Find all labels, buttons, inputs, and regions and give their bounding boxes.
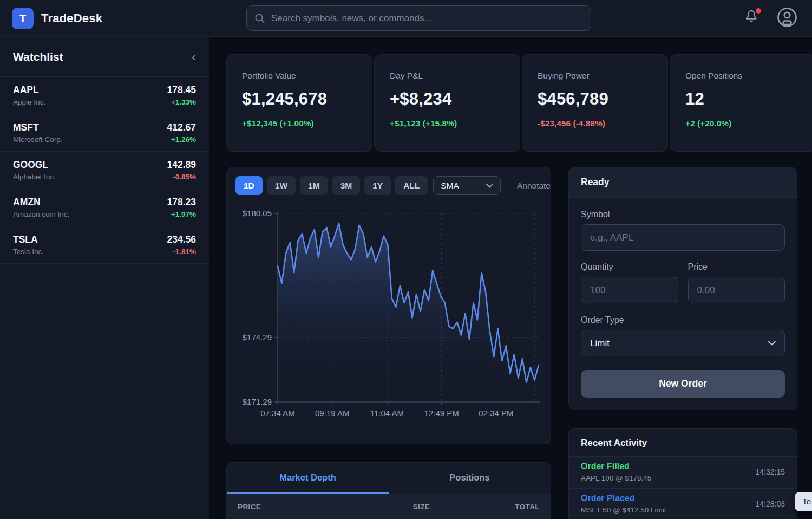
- svg-text:07:34 AM: 07:34 AM: [260, 408, 294, 418]
- watchlist-row-googl[interactable]: GOOGL Alphabet Inc. 142.89 -0.85%: [0, 152, 209, 189]
- company-name: Amazon.com Inc.: [13, 210, 69, 218]
- stat-change: -$23,456 (-4.88%): [538, 119, 652, 128]
- watchlist-row-tsla[interactable]: TSLA Tesla Inc. 234.56 -1.81%: [0, 226, 209, 264]
- price: 178.23: [167, 197, 196, 208]
- stat-value: 12: [685, 89, 800, 109]
- change: +1.26%: [167, 135, 196, 144]
- timeframe-1m-button[interactable]: 1M: [300, 176, 328, 195]
- new-order-button[interactable]: New Order: [581, 370, 785, 398]
- user-avatar-icon: [776, 7, 798, 28]
- bottom-tabs: Market Depth Positions: [227, 463, 551, 494]
- stat-card-day-pnl: Day P&L +$8,234 +$1,123 (+15.8%): [374, 54, 520, 152]
- tab-positions[interactable]: Positions: [389, 463, 551, 494]
- timeframe-1y-button[interactable]: 1Y: [364, 176, 391, 195]
- order-type-select[interactable]: Limit: [581, 330, 785, 356]
- symbol: TSLA: [13, 234, 44, 245]
- market-depth-card: Market Depth Positions PRICE SIZE TOTAL: [226, 462, 551, 519]
- watchlist-row-aapl[interactable]: AAPL Apple Inc. 178.45 +1.33%: [0, 77, 209, 114]
- depth-table-header: PRICE SIZE TOTAL: [227, 494, 551, 519]
- recent-activity-title: Recent Activity: [569, 429, 797, 456]
- activity-detail: MSFT 50 @ $412.50 Limit: [581, 506, 666, 514]
- price-chart: $180.05$174.29$171.2907:34 AM09:19 AM11:…: [235, 206, 543, 432]
- timeframe-3m-button[interactable]: 3M: [332, 176, 361, 195]
- change: -0.85%: [167, 173, 196, 181]
- stat-value: $456,789: [538, 89, 652, 109]
- order-type-value: Limit: [590, 338, 610, 349]
- stat-label: Day P&L: [390, 71, 505, 81]
- notification-badge: [756, 8, 761, 14]
- stat-change: +$12,345 (+1.00%): [242, 119, 357, 128]
- price: 142.89: [167, 159, 196, 171]
- chevron-down-icon: [768, 341, 776, 346]
- app-logo: T: [12, 8, 34, 29]
- price-label: Price: [688, 262, 785, 272]
- notifications-button[interactable]: [744, 8, 760, 27]
- quantity-field[interactable]: [581, 277, 678, 303]
- search-icon: [254, 13, 265, 24]
- watchlist-row-amzn[interactable]: AMZN Amazon.com Inc. 178.23 +1.97%: [0, 189, 209, 226]
- toast-text: Te: [802, 497, 811, 506]
- watchlist-sidebar: Watchlist ‹ AAPL Apple Inc. 178.45 +1.33…: [0, 37, 209, 519]
- timeframe-1d-button[interactable]: 1D: [235, 176, 263, 195]
- price: 412.67: [167, 122, 196, 133]
- watchlist-rows: AAPL Apple Inc. 178.45 +1.33% MSFT Micro…: [0, 77, 209, 264]
- activity-time: 14:32:15: [756, 468, 785, 476]
- column-price: PRICE: [238, 503, 413, 511]
- symbol-label: Symbol: [581, 210, 785, 219]
- search-bar: [246, 5, 591, 31]
- symbol: AAPL: [13, 85, 45, 96]
- company-name: Tesla Inc.: [13, 248, 44, 256]
- symbol: MSFT: [13, 122, 63, 133]
- order-form: Symbol Quantity Price Order Type Limit: [569, 198, 797, 410]
- symbol-field[interactable]: [581, 224, 785, 251]
- svg-text:11:04 AM: 11:04 AM: [370, 408, 404, 418]
- change: -1.81%: [167, 248, 196, 256]
- svg-text:02:34 PM: 02:34 PM: [479, 408, 513, 418]
- svg-text:09:19 AM: 09:19 AM: [315, 408, 349, 418]
- chart-card: 1D 1W 1M 3M 1Y ALL SMA Annotate $1: [226, 167, 551, 444]
- svg-text:12:49 PM: 12:49 PM: [424, 408, 459, 418]
- change: +1.97%: [167, 210, 196, 218]
- activity-title: Order Placed: [581, 494, 666, 503]
- column-total: TOTAL: [479, 503, 540, 511]
- svg-text:$180.05: $180.05: [243, 209, 272, 218]
- stat-label: Buying Power: [538, 71, 652, 81]
- app-root: T TradeDesk: [0, 0, 812, 519]
- order-type-label: Order Type: [581, 315, 785, 325]
- top-actions: [744, 7, 798, 28]
- recent-activity-panel: Recent Activity Order Filled AAPL 100 @ …: [568, 428, 797, 519]
- chevron-down-icon: [486, 184, 493, 188]
- stat-value: +$8,234: [390, 89, 505, 109]
- collapse-sidebar-button[interactable]: ‹: [192, 50, 196, 63]
- stat-card-portfolio-value: Portfolio Value $1,245,678 +$12,345 (+1.…: [226, 54, 372, 152]
- activity-row-filled: Order Filled AAPL 100 @ $178.45 14:32:15: [569, 456, 797, 488]
- logo-letter: T: [19, 12, 26, 25]
- stat-change: +2 (+20.0%): [685, 119, 800, 128]
- order-entry-panel: Ready Symbol Quantity Price Order Type L…: [568, 167, 797, 410]
- top-bar: T TradeDesk: [0, 0, 812, 37]
- activity-title: Order Filled: [581, 462, 651, 471]
- stat-card-open-positions: Open Positions 12 +2 (+20.0%): [670, 54, 812, 152]
- search-input[interactable]: [271, 13, 583, 24]
- timeframe-all-button[interactable]: ALL: [395, 176, 428, 195]
- column-size: SIZE: [413, 503, 480, 511]
- activity-time: 14:28:03: [756, 499, 785, 508]
- indicator-select[interactable]: SMA: [433, 176, 501, 195]
- price: 234.56: [167, 234, 196, 245]
- annotate-button[interactable]: Annotate: [517, 181, 551, 191]
- timeframe-1w-button[interactable]: 1W: [267, 176, 296, 195]
- tab-market-depth[interactable]: Market Depth: [227, 463, 389, 494]
- account-button[interactable]: [776, 7, 798, 28]
- company-name: Alphabet Inc.: [13, 173, 56, 181]
- symbol: AMZN: [13, 197, 69, 208]
- toast-notification: Te: [795, 492, 812, 511]
- stat-change: +$1,123 (+15.8%): [390, 119, 505, 128]
- watchlist-row-msft[interactable]: MSFT Microsoft Corp. 412.67 +1.26%: [0, 114, 209, 152]
- price: 178.45: [167, 85, 196, 96]
- quantity-label: Quantity: [581, 262, 678, 272]
- svg-text:$174.29: $174.29: [243, 333, 272, 342]
- activity-row-placed: Order Placed MSFT 50 @ $412.50 Limit 14:…: [569, 488, 797, 519]
- price-field[interactable]: [688, 277, 785, 303]
- stat-card-buying-power: Buying Power $456,789 -$23,456 (-4.88%): [522, 54, 668, 152]
- svg-text:$171.29: $171.29: [243, 397, 272, 406]
